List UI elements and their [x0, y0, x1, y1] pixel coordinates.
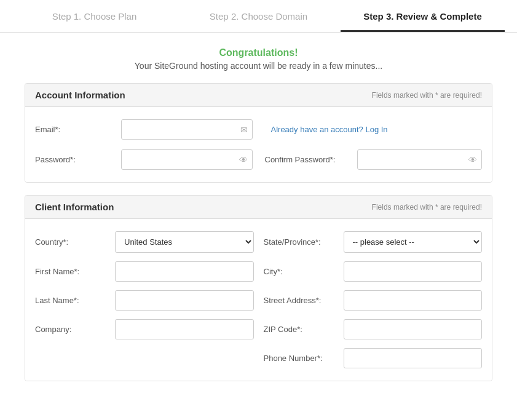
- state-col: State/Province*: -- please select --: [264, 231, 483, 253]
- phone-field-wrapper: [344, 348, 483, 368]
- main-content: Congratulations! Your SiteGround hosting…: [0, 33, 517, 396]
- account-required-note: Fields marked with * are required!: [372, 91, 482, 100]
- street-col: Street Address*:: [264, 290, 483, 311]
- lastname-field-wrapper: [115, 290, 254, 311]
- street-input[interactable]: [344, 290, 483, 311]
- client-section-title: Client Information: [35, 202, 114, 212]
- lastname-col: Last Name*:: [35, 290, 254, 311]
- client-information-section: Client Information Fields marked with * …: [25, 195, 492, 381]
- country-label: Country*:: [35, 237, 115, 247]
- city-field-wrapper: [344, 261, 483, 282]
- confirm-password-input[interactable]: [357, 149, 483, 170]
- street-field-wrapper: [344, 290, 483, 311]
- country-col: Country*: United States: [35, 231, 254, 253]
- client-section-header: Client Information Fields marked with * …: [25, 196, 492, 219]
- already-account-link[interactable]: Already have an account? Log In: [271, 125, 388, 134]
- phone-spacer-col: [35, 348, 254, 368]
- city-col: City*:: [264, 261, 483, 282]
- phone-row: Phone Number*:: [35, 348, 482, 368]
- state-field-wrapper: -- please select --: [344, 231, 483, 253]
- confirm-password-field-wrapper: 👁: [357, 149, 483, 170]
- password-input[interactable]: [121, 149, 253, 170]
- confirm-password-label: Confirm Password*:: [265, 155, 357, 164]
- firstname-field-wrapper: [115, 261, 254, 282]
- company-field-wrapper: [115, 319, 254, 339]
- step3-tab[interactable]: Step 3. Review & Complete: [341, 0, 505, 32]
- phone-input[interactable]: [344, 348, 483, 368]
- congrats-section: Congratulations! Your SiteGround hosting…: [25, 47, 492, 71]
- email-col: Email*: ✉: [35, 119, 253, 140]
- step2-tab[interactable]: Step 2. Choose Domain: [176, 0, 341, 32]
- city-label: City*:: [264, 267, 344, 276]
- password-label: Password*:: [35, 155, 121, 164]
- client-section-body: Country*: United States State/Province*:…: [25, 219, 492, 381]
- steps-header: Step 1. Choose Plan Step 2. Choose Domai…: [0, 0, 517, 33]
- country-field-wrapper: United States: [115, 231, 254, 253]
- password-row: Password*: 👁 Confirm Password*: 👁: [35, 149, 482, 170]
- congrats-title: Congratulations!: [25, 47, 492, 58]
- account-section-title: Account Information: [35, 90, 125, 100]
- city-input[interactable]: [344, 261, 483, 282]
- street-label: Street Address*:: [264, 296, 344, 305]
- company-label: Company:: [35, 325, 115, 334]
- state-label: State/Province*:: [264, 237, 344, 247]
- company-input[interactable]: [115, 319, 254, 339]
- step1-tab[interactable]: Step 1. Choose Plan: [12, 0, 176, 32]
- firstname-input[interactable]: [115, 261, 254, 282]
- company-zip-row: Company: ZIP Code*:: [35, 319, 482, 339]
- account-information-section: Account Information Fields marked with *…: [25, 83, 492, 183]
- lastname-label: Last Name*:: [35, 296, 115, 305]
- country-state-row: Country*: United States State/Province*:…: [35, 231, 482, 253]
- account-section-body: Email*: ✉ Already have an account? Log I…: [25, 107, 492, 182]
- password-col: Password*: 👁: [35, 149, 253, 170]
- password-field-wrapper: 👁: [121, 149, 253, 170]
- client-required-note: Fields marked with * are required!: [372, 203, 482, 212]
- firstname-city-row: First Name*: City*:: [35, 261, 482, 282]
- phone-col: Phone Number*:: [264, 348, 483, 368]
- zip-input[interactable]: [344, 319, 483, 339]
- account-section-header: Account Information Fields marked with *…: [25, 84, 492, 107]
- zip-col: ZIP Code*:: [264, 319, 483, 339]
- email-row: Email*: ✉ Already have an account? Log I…: [35, 119, 482, 140]
- state-select[interactable]: -- please select --: [344, 231, 483, 253]
- country-select[interactable]: United States: [115, 231, 254, 253]
- phone-label: Phone Number*:: [264, 354, 344, 363]
- lastname-input[interactable]: [115, 290, 254, 311]
- zip-label: ZIP Code*:: [264, 325, 344, 334]
- lastname-street-row: Last Name*: Street Address*:: [35, 290, 482, 311]
- firstname-col: First Name*:: [35, 261, 254, 282]
- already-account-col: Already have an account? Log In: [253, 125, 483, 134]
- confirm-password-col: Confirm Password*: 👁: [253, 149, 483, 170]
- zip-field-wrapper: [344, 319, 483, 339]
- congrats-subtitle: Your SiteGround hosting account will be …: [25, 61, 492, 71]
- firstname-label: First Name*:: [35, 267, 115, 276]
- email-field-wrapper: ✉: [121, 119, 253, 140]
- email-label: Email*:: [35, 125, 121, 134]
- company-col: Company:: [35, 319, 254, 339]
- email-input[interactable]: [121, 119, 253, 140]
